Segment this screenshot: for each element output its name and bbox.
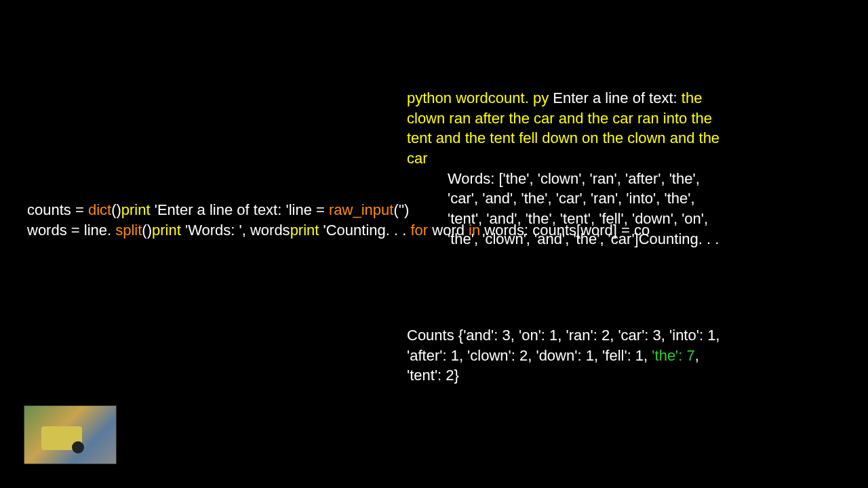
code-token: word (428, 222, 469, 239)
code-token: 'Enter a line of text: ' (151, 201, 289, 218)
code-keyword-print: print (121, 201, 151, 218)
code-keyword-in: in (469, 222, 480, 239)
code-keyword-dict: dict (88, 201, 111, 218)
code-token: () (142, 222, 152, 239)
code-token: ('') (393, 201, 409, 218)
code-line-1: counts = dict()print 'Enter a line of te… (27, 200, 868, 220)
code-token: line = (289, 201, 329, 218)
code-keyword-print: print (152, 222, 181, 239)
words-label: Words: (448, 170, 498, 187)
command-text: python wordcount. py (407, 89, 553, 106)
code-keyword-for: for (410, 222, 428, 239)
code-token: () (111, 201, 121, 218)
counts-output: Counts {'and': 3, 'on': 1, 'ran': 2, 'ca… (407, 325, 732, 386)
code-line-2: words = line. split()print 'Words: ', wo… (27, 220, 868, 241)
code-token: 'Words: ', words (181, 222, 290, 239)
code-keyword-rawinput: raw_input (329, 201, 393, 218)
code-keyword-split: split (115, 222, 142, 239)
code-token: words = line. (27, 222, 115, 239)
code-token: 'Counting. . . (319, 222, 410, 239)
prompt-text: Enter a line of text: (553, 89, 682, 106)
counts-highlight: 'the': 7 (652, 347, 694, 364)
code-token: counts = (27, 201, 88, 218)
code-token: words: counts[word] = co (480, 222, 650, 239)
thumbnail-image (24, 405, 117, 464)
code-block: counts = dict()print 'Enter a line of te… (27, 200, 868, 240)
code-keyword-print: print (290, 222, 319, 239)
